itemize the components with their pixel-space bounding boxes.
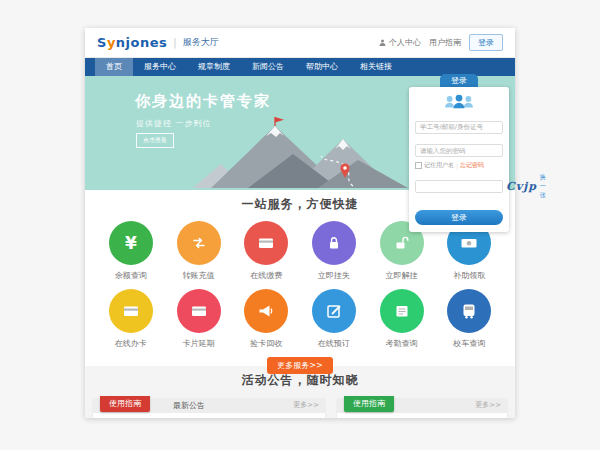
- service-circle[interactable]: [312, 221, 356, 265]
- service-label: 考勤查询: [386, 338, 418, 349]
- bus-icon: [459, 301, 479, 321]
- banknote-icon: [459, 233, 479, 253]
- login-tab[interactable]: 登录: [440, 74, 478, 87]
- announcement-panel-guide: 使用指南 更多>>: [337, 398, 507, 418]
- service-item-card-recovery[interactable]: 捡卡回收: [232, 289, 300, 349]
- bank-card-icon: [189, 301, 209, 321]
- lock-icon: [324, 233, 344, 253]
- announcements-title: 活动公告，随时知晓: [85, 372, 515, 389]
- login-submit-button[interactable]: 登录: [415, 210, 503, 225]
- megaphone-icon: [256, 301, 276, 321]
- logo-divider: |: [173, 37, 176, 48]
- service-label: 立即挂失: [318, 270, 350, 281]
- service-circle[interactable]: [244, 221, 288, 265]
- service-label: 立即解挂: [386, 270, 418, 281]
- announcement-panel-news: 使用指南 最新公告 更多>>: [93, 398, 325, 418]
- ribbon-tab-guide[interactable]: 使用指南: [100, 396, 150, 412]
- service-label: 补助领取: [453, 270, 485, 281]
- ribbon-tab-guide[interactable]: 使用指南: [344, 396, 394, 412]
- service-item-balance[interactable]: ¥ 余额查询: [97, 221, 165, 281]
- service-item-pay-online[interactable]: 在线缴费: [232, 221, 300, 281]
- nav-item-service-center[interactable]: 服务中心: [133, 58, 187, 76]
- service-label: 校车查询: [453, 338, 485, 349]
- header-login-button[interactable]: 登录: [469, 34, 503, 51]
- service-item-online-booking[interactable]: 在线预订: [300, 289, 368, 349]
- nav-item-related-links[interactable]: 相关链接: [349, 58, 403, 76]
- captcha-row: Cvjp 换一张: [415, 173, 503, 200]
- edit-icon: [324, 301, 344, 321]
- service-label: 卡片延期: [183, 338, 215, 349]
- services-row-2: 在线办卡 卡片延期 捡卡回收 在线预订: [85, 289, 515, 349]
- service-circle[interactable]: [244, 289, 288, 333]
- logo-text-pre: S: [97, 35, 107, 50]
- nav-item-help-center[interactable]: 帮助中心: [295, 58, 349, 76]
- nav-item-news[interactable]: 新闻公告: [241, 58, 295, 76]
- captcha-refresh-link[interactable]: 换一张: [540, 173, 546, 200]
- password-input[interactable]: [415, 144, 503, 157]
- service-label: 在线预订: [318, 338, 350, 349]
- service-item-apply-card[interactable]: 在线办卡: [97, 289, 165, 349]
- header-right: 个人中心 用户指南 登录: [378, 34, 503, 51]
- person-icon: [378, 38, 387, 47]
- announcements-section: 活动公告，随时知晓 使用指南 最新公告 更多>> 使用指南 更多>>: [85, 366, 515, 418]
- service-label: 余额查询: [115, 270, 147, 281]
- user-guide-link[interactable]: 用户指南: [429, 37, 461, 48]
- service-item-transfer[interactable]: 转账充值: [165, 221, 233, 281]
- hero-cta-button[interactable]: 点击查看: [136, 133, 174, 148]
- personal-center-label: 个人中心: [389, 37, 421, 48]
- mountain-illustration: [193, 112, 408, 188]
- panel-body: [93, 413, 325, 418]
- service-label: 捡卡回收: [250, 338, 282, 349]
- service-label: 在线办卡: [115, 338, 147, 349]
- service-label: 在线缴费: [250, 270, 282, 281]
- captcha-image[interactable]: Cvjp: [506, 180, 537, 193]
- portal-name: 服务大厅: [183, 36, 219, 49]
- logo-accent: y: [107, 35, 116, 50]
- captcha-input[interactable]: [415, 180, 503, 193]
- login-body: 记住用户名 | 忘记密码 Cvjp 换一张 登录: [409, 87, 509, 232]
- more-link[interactable]: 更多>>: [293, 398, 319, 413]
- transfer-icon: [189, 233, 209, 253]
- options-separator: |: [456, 162, 458, 169]
- service-circle[interactable]: [312, 289, 356, 333]
- more-link[interactable]: 更多>>: [475, 398, 501, 413]
- yen-icon: ¥: [125, 233, 137, 253]
- users-icon: [442, 93, 476, 110]
- service-circle[interactable]: ¥: [109, 221, 153, 265]
- personal-center-link[interactable]: 个人中心: [378, 37, 421, 48]
- service-item-card-extension[interactable]: 卡片延期: [165, 289, 233, 349]
- panel-body: [337, 413, 507, 418]
- remember-checkbox[interactable]: [415, 162, 422, 169]
- panel-header: 使用指南 更多>>: [337, 398, 507, 413]
- service-circle[interactable]: [447, 289, 491, 333]
- page: Synjones | 服务大厅 个人中心 用户指南 登录 首页 服务中心 规章制…: [85, 28, 515, 418]
- service-circle[interactable]: [380, 289, 424, 333]
- bank-card-icon: [121, 301, 141, 321]
- service-circle[interactable]: [177, 221, 221, 265]
- nav-item-rules[interactable]: 规章制度: [187, 58, 241, 76]
- remember-label: 记住用户名: [424, 161, 454, 170]
- service-item-attendance[interactable]: 考勤查询: [368, 289, 436, 349]
- header: Synjones | 服务大厅 个人中心 用户指南 登录: [85, 28, 515, 58]
- unlock-icon: [392, 233, 412, 253]
- user-guide-label: 用户指南: [429, 37, 461, 48]
- service-circle[interactable]: [177, 289, 221, 333]
- nav-item-home[interactable]: 首页: [95, 58, 133, 76]
- login-options: 记住用户名 | 忘记密码: [415, 161, 503, 170]
- service-circle[interactable]: [109, 289, 153, 333]
- service-item-report-loss[interactable]: 立即挂失: [300, 221, 368, 281]
- forgot-password-link[interactable]: 忘记密码: [460, 161, 484, 170]
- service-item-school-bus[interactable]: 校车查询: [435, 289, 503, 349]
- service-label: 转账充值: [183, 270, 215, 281]
- attendance-icon: [392, 301, 412, 321]
- announcement-panels: 使用指南 最新公告 更多>> 使用指南 更多>>: [85, 398, 515, 418]
- hero-title: 你身边的卡管专家: [135, 92, 271, 111]
- username-input[interactable]: [415, 121, 503, 134]
- tab-latest-news[interactable]: 最新公告: [173, 398, 205, 413]
- login-panel: 登录 记住用户名 | 忘记密码 Cvjp 换一张 登录: [409, 74, 509, 232]
- logo[interactable]: Synjones: [97, 35, 167, 50]
- panel-header: 使用指南 最新公告 更多>>: [93, 398, 325, 413]
- bank-card-icon: [256, 233, 276, 253]
- logo-text-post: njones: [116, 35, 167, 50]
